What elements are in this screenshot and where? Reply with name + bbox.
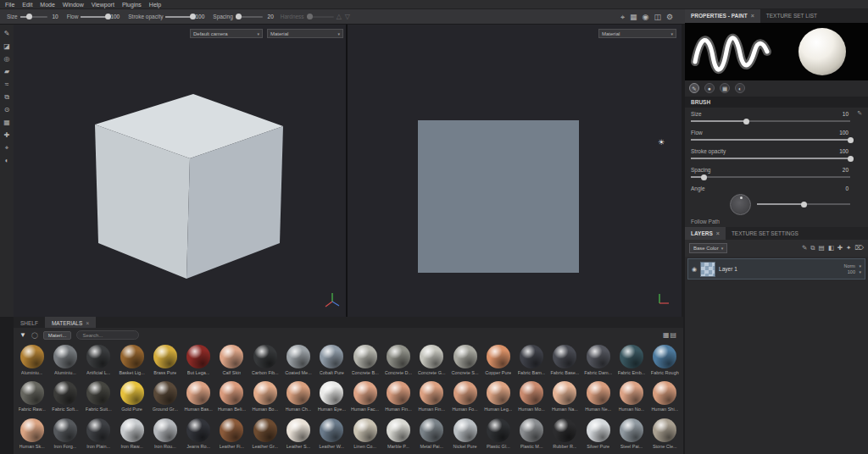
- material-item[interactable]: Aluminiu...: [15, 343, 48, 379]
- material-item[interactable]: Human Mo...: [515, 379, 548, 415]
- material-item[interactable]: Concrete D...: [381, 343, 415, 379]
- material-item[interactable]: Leather S...: [281, 417, 314, 452]
- add-smart-material-icon[interactable]: ✦: [846, 244, 851, 252]
- stencil-mode-icon[interactable]: ◐: [735, 83, 745, 93]
- material-item[interactable]: Nickel Pure: [448, 417, 481, 452]
- material-item[interactable]: Aluminiu...: [48, 343, 81, 379]
- slider-track[interactable]: [691, 139, 850, 141]
- material-item[interactable]: Fabric Bam...: [515, 343, 548, 379]
- layer-thumbnail[interactable]: [700, 262, 715, 277]
- material-item[interactable]: Ground Gr...: [148, 379, 181, 415]
- slider-thumb[interactable]: [26, 14, 32, 19]
- material-item[interactable]: Human Sk...: [15, 417, 48, 452]
- layer-opacity-dropdown[interactable]: 100 ▾: [848, 269, 861, 274]
- eraser-tool[interactable]: ◪: [2, 42, 12, 52]
- add-fill-layer-icon[interactable]: ◧: [828, 244, 834, 252]
- material-item[interactable]: Leather W...: [315, 417, 348, 452]
- material-item[interactable]: Artificial L...: [82, 343, 115, 379]
- layer-row[interactable]: ◉ Layer 1 Norm ▾ 100 ▾: [687, 258, 865, 280]
- slider-thumb[interactable]: [848, 137, 854, 143]
- material-item[interactable]: Rubber R...: [548, 417, 581, 452]
- material-item[interactable]: Stone Cle...: [648, 417, 682, 452]
- slider-thumb[interactable]: [848, 156, 854, 162]
- search-input[interactable]: [76, 330, 139, 340]
- viewport-layout-icon[interactable]: ◫: [654, 11, 661, 23]
- material-item[interactable]: Copper Pure: [481, 343, 515, 379]
- material-item[interactable]: Basket Lig...: [115, 343, 148, 379]
- layer-name[interactable]: Layer 1: [719, 266, 737, 272]
- slider-track[interactable]: [757, 203, 850, 205]
- material-item[interactable]: Iron Rou...: [148, 417, 181, 452]
- material-item[interactable]: Concrete S...: [448, 343, 481, 379]
- sun-light-icon[interactable]: ☀: [658, 138, 665, 147]
- material-item[interactable]: Silver Pure: [581, 417, 615, 452]
- material-item[interactable]: Fabric Rough: [648, 343, 682, 379]
- slider-thumb[interactable]: [190, 14, 196, 19]
- camera-icon[interactable]: ◉: [643, 11, 649, 23]
- clone-tool[interactable]: ⧉: [2, 92, 12, 102]
- slider-track[interactable]: [691, 176, 850, 178]
- follow-path-label[interactable]: Follow Path: [691, 219, 720, 224]
- material-item[interactable]: Human Ch...: [281, 379, 314, 415]
- material-item[interactable]: Metal Pai...: [415, 417, 448, 452]
- material-item[interactable]: Fabric Emb...: [615, 343, 648, 379]
- material-item[interactable]: Fabric Dam...: [581, 343, 615, 379]
- material-preview[interactable]: [776, 23, 868, 80]
- slider-track[interactable]: [81, 16, 108, 18]
- material-item[interactable]: Coated Me...: [281, 343, 314, 379]
- blend-mode-dropdown[interactable]: Norm ▾: [844, 263, 862, 269]
- material-dropdown-3d[interactable]: Material ▾: [267, 29, 343, 38]
- material-item[interactable]: Linen Co...: [348, 417, 381, 452]
- menu-mode[interactable]: Mode: [40, 2, 55, 8]
- brush-stroke-preview[interactable]: [685, 23, 776, 80]
- geometry-mask-tool[interactable]: ▦: [2, 118, 12, 128]
- material-mode-icon[interactable]: ▦: [720, 83, 730, 93]
- tab-shelf[interactable]: SHELF: [14, 317, 45, 328]
- menu-plugins[interactable]: Plugins: [122, 2, 142, 8]
- smudge-tool[interactable]: ≈: [2, 80, 12, 90]
- material-item[interactable]: Fabric Raw...: [15, 379, 48, 415]
- material-item[interactable]: Human Beli...: [215, 379, 248, 415]
- delete-layer-icon[interactable]: ⌦: [854, 244, 864, 252]
- projection-tool[interactable]: ◎: [2, 54, 12, 64]
- material-item[interactable]: Jeans Ro...: [181, 417, 214, 452]
- slider-thumb[interactable]: [105, 14, 111, 19]
- tab-materials[interactable]: MATERIALS ×: [45, 317, 96, 328]
- material-item[interactable]: Concrete G...: [415, 343, 448, 379]
- slider-track[interactable]: [20, 16, 47, 18]
- material-item[interactable]: Plastic Gl...: [481, 417, 515, 452]
- path-tool[interactable]: ✚: [2, 130, 12, 141]
- settings-icon[interactable]: ⚙: [666, 11, 673, 23]
- edit-pencil-icon[interactable]: ✎: [857, 110, 862, 117]
- material-item[interactable]: But Lega...: [181, 343, 214, 379]
- viewport-3d[interactable]: Default camera ▾ Material ▾: [14, 25, 348, 317]
- visibility-eye-icon[interactable]: ◉: [692, 266, 697, 273]
- material-item[interactable]: Fabric Suit...: [82, 379, 115, 415]
- menu-help[interactable]: Help: [149, 2, 161, 8]
- material-item[interactable]: Human Bas...: [181, 379, 214, 415]
- symmetry-tool[interactable]: ⌖: [2, 143, 12, 153]
- add-folder-icon[interactable]: ▤: [819, 244, 825, 252]
- tab-layers[interactable]: LAYERS ×: [685, 227, 726, 240]
- material-item[interactable]: Fabric Soft...: [48, 379, 81, 415]
- tab-texture-set-settings[interactable]: TEXTURE SET SETTINGS: [726, 227, 804, 240]
- slider-thumb[interactable]: [743, 119, 749, 125]
- material-item[interactable]: Brass Pure: [148, 343, 181, 379]
- material-item[interactable]: Human Fo...: [448, 379, 481, 415]
- uv-plane[interactable]: [418, 120, 579, 273]
- close-icon[interactable]: ×: [86, 320, 89, 326]
- slider-track[interactable]: [165, 16, 192, 18]
- material-item[interactable]: Human Shi...: [648, 379, 682, 415]
- favorites-toggle-icon[interactable]: ◯: [31, 332, 38, 339]
- material-item[interactable]: Human Eye...: [315, 379, 348, 415]
- material-item[interactable]: Human Fin...: [415, 379, 448, 415]
- material-dropdown-2d[interactable]: Material ▾: [598, 29, 676, 38]
- material-picker-tool[interactable]: ⊙: [2, 105, 12, 115]
- menu-viewport[interactable]: Viewport: [92, 2, 114, 8]
- polygon-fill-tool[interactable]: ▰: [2, 67, 12, 77]
- close-icon[interactable]: ×: [751, 13, 754, 23]
- material-item[interactable]: Leather Gr...: [248, 417, 281, 452]
- material-item[interactable]: Iron Plain...: [82, 417, 115, 452]
- menu-edit[interactable]: Edit: [22, 2, 32, 8]
- display-settings-tool[interactable]: ◐: [2, 156, 12, 166]
